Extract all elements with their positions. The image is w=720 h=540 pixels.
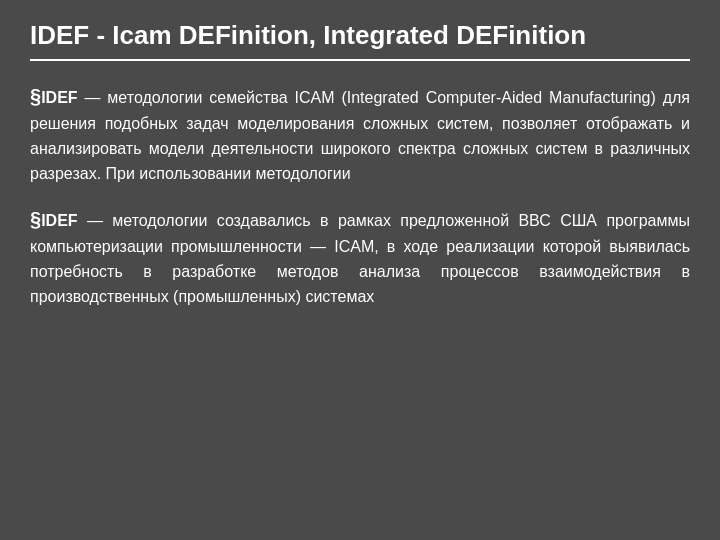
idef-bold-1: IDEF bbox=[41, 89, 77, 106]
paragraph-1-text: — методологии семейства ICAM (Integrated… bbox=[30, 89, 690, 182]
slide-container: IDEF - Icam DEFinition, Integrated DEFin… bbox=[0, 0, 720, 540]
paragraph-1: §IDEF — методологии семейства ICAM (Inte… bbox=[30, 81, 690, 186]
bullet-2: § bbox=[30, 208, 41, 230]
paragraph-2-text: — методологии создавались в рамках предл… bbox=[30, 212, 690, 305]
idef-bold-2: IDEF bbox=[41, 212, 77, 229]
bullet-1: § bbox=[30, 85, 41, 107]
paragraph-2: §IDEF — методологии создавались в рамках… bbox=[30, 204, 690, 309]
slide-title: IDEF - Icam DEFinition, Integrated DEFin… bbox=[30, 20, 690, 61]
